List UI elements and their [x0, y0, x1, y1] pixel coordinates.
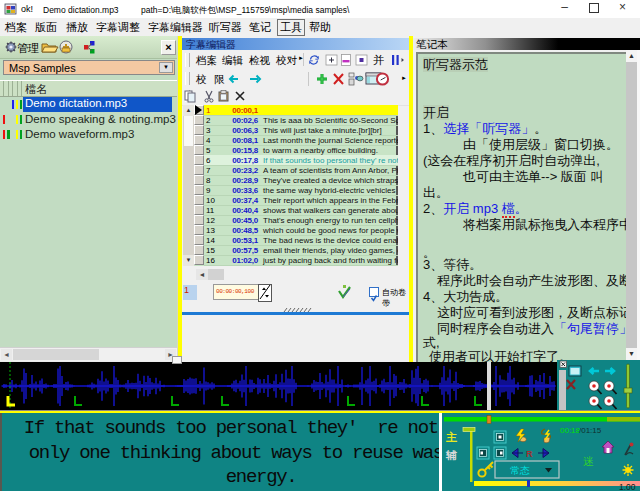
svg-text:常态: 常态: [510, 465, 530, 476]
svg-text:00:18: 00:18: [560, 426, 581, 435]
svg-text:/01:15: /01:15: [579, 426, 602, 435]
svg-text:并: 并: [373, 54, 384, 66]
svg-text:管理: 管理: [17, 42, 39, 54]
svg-text:主: 主: [446, 431, 457, 443]
svg-text:辅: 辅: [445, 449, 457, 461]
svg-text:R: R: [526, 449, 533, 459]
svg-text:1.00: 1.00: [619, 482, 636, 491]
svg-text:迷: 迷: [583, 455, 594, 467]
